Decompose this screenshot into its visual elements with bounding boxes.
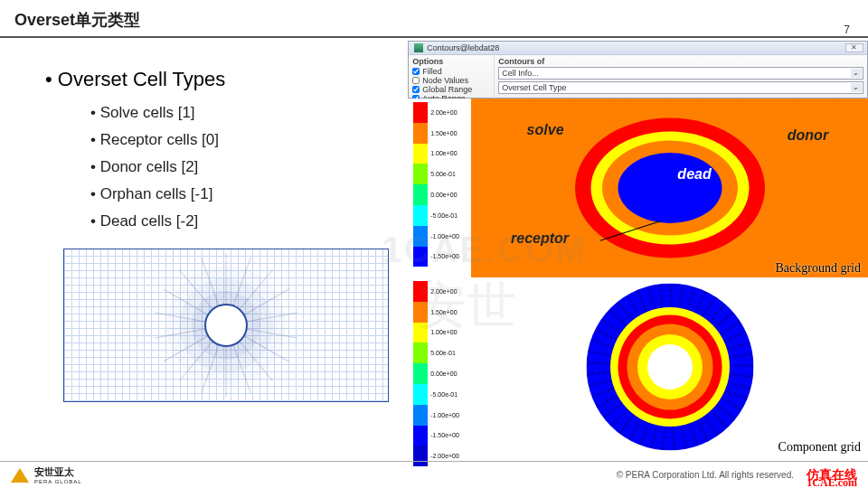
filled-checkbox[interactable]: [412, 68, 420, 75]
global-range-label: Global Range: [422, 85, 472, 94]
chevron-down-icon: ⌄: [851, 69, 862, 78]
overset-mesh-figure: [63, 249, 389, 402]
close-button[interactable]: ✕: [845, 43, 863, 52]
text-column: Overset Cell Types Solve cells [1] Recep…: [0, 41, 408, 461]
node-values-label: Node Values: [422, 76, 468, 85]
bullet-orphan: Orphan cells [-1]: [90, 185, 408, 203]
label-solve: solve: [527, 122, 564, 138]
combo-field[interactable]: Overset Cell Type⌄: [498, 81, 863, 94]
label-dead: dead: [677, 166, 711, 183]
bullet-dead: Dead cells [-2]: [90, 212, 408, 230]
component-grid-plot: 2.00e+00 1.50e+00 1.00e+00 5.00e-01 0.00…: [408, 277, 868, 456]
bullet-donor: Donor cells [2]: [90, 158, 408, 176]
background-grid-plot: 2.00e+00 1.50e+00 1.00e+00 5.00e-01 0.00…: [408, 99, 868, 277]
bg-caption: Background grid: [776, 261, 861, 276]
label-receptor: receptor: [511, 230, 569, 247]
brand-en: PERA GLOBAL: [34, 479, 82, 484]
label-donor: donor: [788, 127, 828, 144]
node-values-checkbox[interactable]: [412, 77, 420, 84]
contours-dialog: Contours@lebdat28 ✕ Options Filled Node …: [408, 41, 868, 99]
bullet-solve: Solve cells [1]: [90, 104, 408, 122]
watermark-red-2: 1CAE.com: [807, 476, 857, 488]
filled-label: Filled: [422, 67, 442, 76]
bullet-receptor: Receptor cells [0]: [90, 131, 408, 149]
triangle-icon: [11, 468, 29, 483]
global-range-checkbox[interactable]: [412, 86, 420, 93]
dialog-icon: [414, 43, 423, 52]
dialog-titlebar: Contours@lebdat28 ✕: [409, 42, 867, 55]
slide-title: Overset单元类型: [0, 0, 868, 38]
combo-category[interactable]: Cell Info...⌄: [498, 67, 863, 80]
color-scale-comp: 2.00e+00 1.50e+00 1.00e+00 5.00e-01 0.00…: [408, 277, 471, 456]
options-header: Options: [412, 57, 490, 66]
mesh-radial-lines: [64, 249, 388, 401]
comp-caption: Component grid: [778, 440, 861, 455]
heading: Overset Cell Types: [45, 68, 408, 91]
brand-logo: 安世亚太 PERA GLOBAL: [11, 465, 82, 484]
contours-of-header: Contours of: [498, 57, 863, 66]
dialog-title-text: Contours@lebdat28: [427, 43, 499, 52]
footer: 安世亚太 PERA GLOBAL © PERA Corporation Ltd.…: [0, 461, 868, 488]
page-number: 7: [844, 23, 850, 36]
chevron-down-icon: ⌄: [851, 83, 862, 92]
brand-cn: 安世亚太: [34, 465, 82, 479]
copyright: © PERA Corporation Ltd. All rights reser…: [617, 470, 794, 480]
color-scale-bg: 2.00e+00 1.50e+00 1.00e+00 5.00e-01 0.00…: [408, 99, 471, 277]
